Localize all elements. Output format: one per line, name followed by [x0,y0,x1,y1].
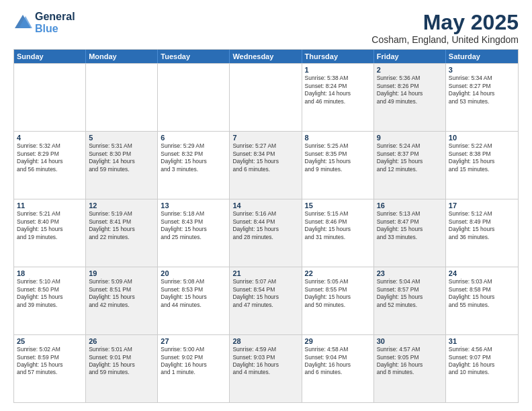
day-info: Sunrise: 5:25 AM Sunset: 8:35 PM Dayligh… [305,142,371,173]
day-info: Sunrise: 5:04 AM Sunset: 8:57 PM Dayligh… [377,278,443,309]
day-number: 10 [449,134,515,142]
day-number: 15 [305,201,371,210]
day-number: 12 [89,201,154,210]
header-day-saturday: Saturday [446,50,518,63]
day-info: Sunrise: 5:19 AM Sunset: 8:41 PM Dayligh… [89,210,154,241]
day-info: Sunrise: 5:36 AM Sunset: 8:26 PM Dayligh… [377,75,443,105]
day-info: Sunrise: 4:58 AM Sunset: 9:04 PM Dayligh… [305,346,371,377]
day-info: Sunrise: 5:27 AM Sunset: 8:34 PM Dayligh… [232,142,298,173]
day-info: Sunrise: 5:34 AM Sunset: 8:27 PM Dayligh… [449,75,515,105]
day-cell-13: 13Sunrise: 5:18 AM Sunset: 8:43 PM Dayli… [158,199,230,267]
calendar-header: SundayMondayTuesdayWednesdayThursdayFrid… [14,50,518,63]
day-info: Sunrise: 5:15 AM Sunset: 8:46 PM Dayligh… [305,210,371,241]
day-number: 5 [89,134,154,142]
day-cell-25: 25Sunrise: 5:02 AM Sunset: 8:59 PM Dayli… [14,335,86,402]
day-number: 18 [17,269,83,277]
day-cell-29: 29Sunrise: 4:58 AM Sunset: 9:04 PM Dayli… [302,335,374,402]
cal-row-0: 1Sunrise: 5:38 AM Sunset: 8:24 PM Daylig… [14,63,518,131]
day-info: Sunrise: 5:29 AM Sunset: 8:32 PM Dayligh… [161,142,226,173]
day-cell-1: 1Sunrise: 5:38 AM Sunset: 8:24 PM Daylig… [302,64,374,131]
day-number: 24 [449,269,515,277]
day-number: 4 [17,134,83,142]
day-cell-11: 11Sunrise: 5:21 AM Sunset: 8:40 PM Dayli… [14,199,86,267]
day-cell-16: 16Sunrise: 5:13 AM Sunset: 8:47 PM Dayli… [374,199,446,267]
day-number: 31 [449,337,515,345]
day-number: 30 [377,337,443,345]
cal-row-3: 18Sunrise: 5:10 AM Sunset: 8:50 PM Dayli… [14,267,518,334]
calendar: SundayMondayTuesdayWednesdayThursdayFrid… [13,49,519,403]
day-number: 28 [232,337,298,345]
day-cell-10: 10Sunrise: 5:22 AM Sunset: 8:38 PM Dayli… [446,132,518,199]
month-title: May 2025 [371,11,519,34]
day-cell-31: 31Sunrise: 4:56 AM Sunset: 9:07 PM Dayli… [446,335,518,402]
day-info: Sunrise: 5:02 AM Sunset: 8:59 PM Dayligh… [17,346,83,377]
day-cell-26: 26Sunrise: 5:01 AM Sunset: 9:01 PM Dayli… [86,335,158,402]
location: Cosham, England, United Kingdom [371,34,519,45]
day-info: Sunrise: 5:12 AM Sunset: 8:49 PM Dayligh… [449,210,515,241]
day-info: Sunrise: 5:10 AM Sunset: 8:50 PM Dayligh… [17,278,83,309]
cal-row-2: 11Sunrise: 5:21 AM Sunset: 8:40 PM Dayli… [14,199,518,267]
cal-row-1: 4Sunrise: 5:32 AM Sunset: 8:29 PM Daylig… [14,131,518,199]
day-info: Sunrise: 5:18 AM Sunset: 8:43 PM Dayligh… [161,210,226,241]
day-cell-7: 7Sunrise: 5:27 AM Sunset: 8:34 PM Daylig… [230,132,302,199]
day-number: 20 [161,269,226,277]
header-day-thursday: Thursday [302,50,374,63]
day-cell-12: 12Sunrise: 5:19 AM Sunset: 8:41 PM Dayli… [86,199,158,267]
empty-cell-0-3 [230,64,302,131]
day-info: Sunrise: 4:57 AM Sunset: 9:05 PM Dayligh… [377,346,443,377]
day-info: Sunrise: 5:24 AM Sunset: 8:37 PM Dayligh… [377,142,443,173]
empty-cell-0-1 [86,64,158,131]
day-info: Sunrise: 4:59 AM Sunset: 9:03 PM Dayligh… [232,346,298,377]
day-number: 1 [305,66,371,74]
day-cell-8: 8Sunrise: 5:25 AM Sunset: 8:35 PM Daylig… [302,132,374,199]
day-number: 14 [232,201,298,210]
day-cell-21: 21Sunrise: 5:07 AM Sunset: 8:54 PM Dayli… [230,267,302,334]
day-cell-3: 3Sunrise: 5:34 AM Sunset: 8:27 PM Daylig… [446,64,518,131]
day-cell-4: 4Sunrise: 5:32 AM Sunset: 8:29 PM Daylig… [14,132,86,199]
day-number: 22 [305,269,371,277]
logo-icon [13,13,32,32]
day-info: Sunrise: 5:21 AM Sunset: 8:40 PM Dayligh… [17,210,83,241]
day-number: 8 [305,134,371,142]
day-cell-6: 6Sunrise: 5:29 AM Sunset: 8:32 PM Daylig… [158,132,230,199]
day-info: Sunrise: 5:32 AM Sunset: 8:29 PM Dayligh… [17,142,83,173]
day-cell-17: 17Sunrise: 5:12 AM Sunset: 8:49 PM Dayli… [446,199,518,267]
day-number: 23 [377,269,443,277]
day-cell-9: 9Sunrise: 5:24 AM Sunset: 8:37 PM Daylig… [374,132,446,199]
day-cell-18: 18Sunrise: 5:10 AM Sunset: 8:50 PM Dayli… [14,267,86,334]
day-info: Sunrise: 5:09 AM Sunset: 8:51 PM Dayligh… [89,278,154,309]
header-day-friday: Friday [374,50,446,63]
empty-cell-0-2 [158,64,230,131]
day-cell-27: 27Sunrise: 5:00 AM Sunset: 9:02 PM Dayli… [158,335,230,402]
day-cell-15: 15Sunrise: 5:15 AM Sunset: 8:46 PM Dayli… [302,199,374,267]
day-info: Sunrise: 5:07 AM Sunset: 8:54 PM Dayligh… [232,278,298,309]
day-info: Sunrise: 5:01 AM Sunset: 9:01 PM Dayligh… [89,346,154,377]
day-number: 2 [377,66,443,74]
day-cell-24: 24Sunrise: 5:03 AM Sunset: 8:58 PM Dayli… [446,267,518,334]
day-cell-28: 28Sunrise: 4:59 AM Sunset: 9:03 PM Dayli… [230,335,302,402]
day-cell-5: 5Sunrise: 5:31 AM Sunset: 8:30 PM Daylig… [86,132,158,199]
day-cell-19: 19Sunrise: 5:09 AM Sunset: 8:51 PM Dayli… [86,267,158,334]
day-number: 26 [89,337,154,345]
logo-text: General Blue [35,11,75,34]
day-info: Sunrise: 5:13 AM Sunset: 8:47 PM Dayligh… [377,210,443,241]
header: General Blue May 2025 Cosham, England, U… [13,11,519,45]
day-info: Sunrise: 5:16 AM Sunset: 8:44 PM Dayligh… [232,210,298,241]
page: General Blue May 2025 Cosham, England, U… [0,0,532,411]
day-number: 25 [17,337,83,345]
day-cell-14: 14Sunrise: 5:16 AM Sunset: 8:44 PM Dayli… [230,199,302,267]
day-number: 6 [161,134,226,142]
day-cell-20: 20Sunrise: 5:08 AM Sunset: 8:53 PM Dayli… [158,267,230,334]
logo: General Blue [13,11,75,34]
header-day-wednesday: Wednesday [230,50,302,63]
title-block: May 2025 Cosham, England, United Kingdom [371,11,519,45]
empty-cell-0-0 [14,64,86,131]
day-number: 13 [161,201,226,210]
day-info: Sunrise: 5:00 AM Sunset: 9:02 PM Dayligh… [161,346,226,377]
day-number: 9 [377,134,443,142]
calendar-body: 1Sunrise: 5:38 AM Sunset: 8:24 PM Daylig… [14,63,518,402]
day-number: 11 [17,201,83,210]
header-day-sunday: Sunday [14,50,86,63]
day-info: Sunrise: 5:31 AM Sunset: 8:30 PM Dayligh… [89,142,154,173]
day-cell-22: 22Sunrise: 5:05 AM Sunset: 8:55 PM Dayli… [302,267,374,334]
